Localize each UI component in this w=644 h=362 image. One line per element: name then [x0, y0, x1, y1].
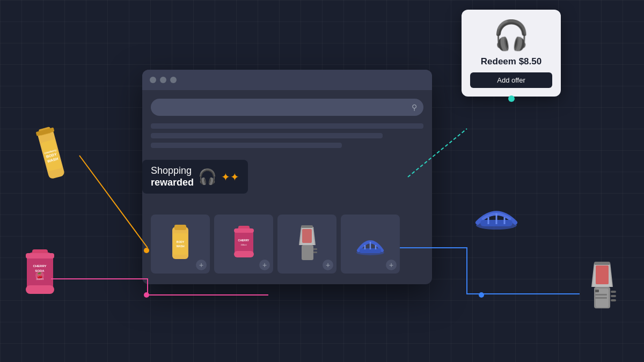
- browser-dot-red: [150, 77, 156, 83]
- svg-rect-27: [611, 291, 616, 293]
- floating-sandals: [472, 198, 521, 238]
- add-sandals-button[interactable]: +: [386, 260, 397, 270]
- shopping-banner: Shopping rewarded 🎧 ✦✦: [142, 160, 248, 194]
- banner-line1: Shopping: [151, 165, 194, 177]
- content-line-3: [151, 143, 342, 148]
- svg-rect-47: [302, 229, 312, 243]
- svg-rect-31: [595, 294, 607, 295]
- svg-rect-40: [234, 228, 254, 233]
- browser-titlebar: [142, 70, 432, 90]
- floating-cherry-soda: CHERRY SODA 330ml 🍒: [23, 247, 57, 305]
- headphones-icon: 🎧: [198, 168, 217, 186]
- redeem-headphones-icon: 🎧: [470, 18, 552, 52]
- product-card-bodywash: BODY WASH +: [151, 215, 210, 274]
- svg-text:BODY: BODY: [176, 240, 184, 243]
- product-image-blender: [292, 223, 322, 266]
- floating-blender: [581, 257, 624, 325]
- browser-dot-yellow: [160, 77, 166, 83]
- content-lines: [151, 123, 423, 148]
- product-card-blender: +: [277, 215, 336, 274]
- svg-rect-11: [26, 253, 54, 258]
- svg-rect-12: [26, 285, 54, 294]
- svg-text:🍒: 🍒: [36, 272, 43, 279]
- svg-rect-50: [313, 252, 317, 253]
- search-icon: ⚲: [412, 103, 417, 112]
- svg-rect-41: [234, 251, 254, 257]
- search-bar[interactable]: ⚲: [151, 99, 423, 116]
- browser-dot-green: [170, 77, 177, 83]
- svg-rect-29: [611, 299, 616, 301]
- redeem-card: 🎧 Redeem $8.50 Add offer: [462, 10, 561, 97]
- product-image-bodywash: BODY WASH: [166, 223, 195, 266]
- content-line-1: [151, 123, 423, 129]
- add-cherrysoda-button[interactable]: +: [259, 260, 270, 270]
- banner-line2: rewarded: [151, 177, 194, 189]
- svg-rect-28: [611, 295, 616, 297]
- svg-rect-26: [594, 262, 610, 265]
- svg-rect-49: [313, 248, 317, 250]
- svg-text:WASH: WASH: [176, 245, 184, 248]
- product-card-cherrysoda: CHERRY 330ml +: [214, 215, 273, 274]
- product-card-sandals: +: [341, 215, 400, 274]
- svg-rect-35: [173, 233, 187, 255]
- redeem-connector-dot: [508, 95, 515, 102]
- svg-rect-34: [174, 225, 186, 230]
- redeem-title: Redeem $8.50: [470, 56, 552, 67]
- svg-text:330ml: 330ml: [240, 243, 246, 246]
- product-image-cherrysoda: CHERRY 330ml: [232, 224, 256, 264]
- svg-rect-44: [302, 245, 313, 260]
- sparkle-icon: ✦✦: [221, 171, 239, 183]
- svg-rect-30: [595, 290, 599, 292]
- svg-rect-48: [301, 225, 313, 228]
- product-grid: BODY WASH + CHERRY 330ml +: [151, 215, 400, 274]
- banner-text-block: Shopping rewarded: [151, 165, 194, 188]
- connector-dot-pink: [144, 292, 149, 298]
- svg-text:CHERRY: CHERRY: [33, 264, 46, 268]
- svg-rect-25: [596, 265, 609, 284]
- product-image-sandals: [354, 229, 386, 259]
- add-blender-button[interactable]: +: [323, 260, 333, 270]
- browser-content: ⚲: [142, 90, 432, 164]
- svg-text:CHERRY: CHERRY: [238, 239, 250, 242]
- connector-dot-yellow: [144, 248, 149, 253]
- svg-rect-32: [595, 297, 607, 299]
- add-offer-button[interactable]: Add offer: [470, 72, 552, 88]
- content-line-2: [151, 133, 383, 138]
- add-bodywash-button[interactable]: +: [196, 260, 207, 270]
- connector-dot-blue: [479, 292, 484, 298]
